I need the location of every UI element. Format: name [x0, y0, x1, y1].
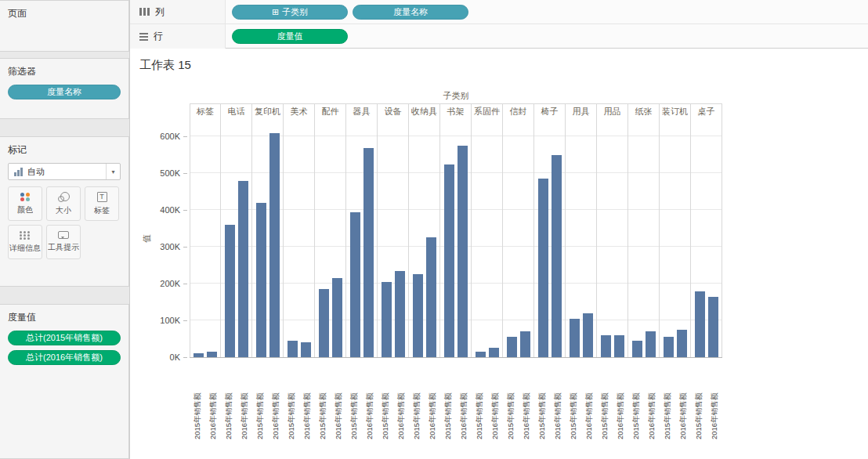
measure-name-label[interactable]: 2015年销售额 [409, 358, 425, 447]
bar[interactable] [363, 148, 374, 357]
category-header[interactable]: 标签 [190, 104, 221, 119]
color-button[interactable]: 颜色 [8, 186, 42, 221]
bar[interactable] [350, 212, 360, 357]
pill-subcategory[interactable]: ⊞ 子类别 [232, 5, 348, 20]
bar[interactable] [570, 319, 580, 357]
measure-name-label[interactable]: 2015年销售额 [660, 358, 675, 447]
hierarchy-expand-icon[interactable]: ⊞ [272, 8, 279, 16]
category-header[interactable]: 纸张 [628, 104, 660, 119]
columns-shelf[interactable]: 列 ⊞ 子类别 度量名称 [130, 0, 868, 24]
bar[interactable] [319, 289, 329, 357]
filter-pill-measure-names[interactable]: 度量名称 [8, 85, 121, 99]
category-header[interactable]: 椅子 [534, 104, 566, 119]
measure-name-label[interactable]: 2015年销售额 [472, 358, 487, 447]
bar[interactable] [413, 274, 423, 357]
pages-shelf[interactable]: 页面 [0, 0, 129, 52]
bar[interactable] [601, 335, 611, 357]
category-header[interactable]: 用具 [566, 104, 597, 119]
bar[interactable] [677, 330, 687, 357]
bar[interactable] [489, 348, 499, 357]
label-button[interactable]: 标签 [85, 186, 119, 221]
measure-name-label[interactable]: 2016年销售额 [393, 358, 409, 447]
plot-area[interactable] [190, 119, 722, 358]
measure-name-label[interactable]: 2015年销售额 [252, 358, 268, 447]
measure-name-label[interactable]: 2015年销售额 [566, 358, 581, 447]
measure-name-label[interactable]: 2016年销售额 [675, 358, 691, 447]
detail-button[interactable]: 详细信息 [8, 225, 42, 259]
measure-name-label[interactable]: 2016年销售额 [707, 358, 722, 447]
bar[interactable] [382, 282, 392, 357]
measure-name-label[interactable]: 2015年销售额 [315, 358, 331, 447]
bar[interactable] [225, 225, 235, 357]
measure-name-label[interactable]: 2016年销售额 [237, 358, 252, 447]
bar[interactable] [444, 164, 454, 357]
measure-name-label[interactable]: 2016年销售额 [519, 358, 534, 447]
measure-name-label[interactable]: 2015年销售额 [221, 358, 237, 447]
pill-measure-names[interactable]: 度量名称 [353, 5, 468, 20]
measure-name-label[interactable]: 2015年销售额 [190, 358, 205, 447]
filters-shelf[interactable]: 筛选器 度量名称 [0, 58, 129, 119]
bar[interactable] [193, 353, 204, 357]
measure-name-label[interactable]: 2016年销售额 [331, 358, 346, 447]
bar[interactable] [395, 271, 405, 357]
tooltip-button[interactable]: 工具提示 [46, 225, 81, 259]
category-header[interactable]: 设备 [378, 104, 409, 119]
bar[interactable] [288, 341, 298, 357]
measure-name-label[interactable]: 2015年销售额 [346, 358, 362, 447]
bar[interactable] [614, 335, 624, 357]
measure-name-label[interactable]: 2016年销售额 [299, 358, 315, 447]
measure-name-label[interactable]: 2016年销售额 [644, 358, 660, 447]
measure-name-label[interactable]: 2016年销售额 [550, 358, 566, 447]
bar[interactable] [238, 181, 248, 357]
measure-name-label[interactable]: 2015年销售额 [597, 358, 613, 447]
measure-name-label[interactable]: 2015年销售额 [628, 358, 644, 447]
y-axis-ticks[interactable]: 0K100K200K300K400K500K600K [154, 119, 190, 358]
category-header[interactable]: 信封 [503, 104, 534, 119]
bar[interactable] [476, 352, 486, 357]
bar[interactable] [507, 337, 517, 357]
size-button[interactable]: 大小 [46, 186, 81, 221]
chevron-down-icon[interactable]: ▾ [106, 164, 120, 179]
bar[interactable] [583, 313, 593, 357]
bar[interactable] [708, 297, 718, 357]
measure-pill-2015-sales[interactable]: 总计(2015年销售额) [8, 331, 121, 345]
category-header[interactable]: 电话 [221, 104, 252, 119]
bar[interactable] [538, 179, 548, 357]
bar[interactable] [695, 291, 705, 357]
bar[interactable] [207, 352, 217, 357]
bar[interactable] [646, 331, 656, 357]
bar[interactable] [552, 155, 562, 357]
category-header[interactable]: 书架 [440, 104, 472, 119]
rows-shelf[interactable]: 行 度量值 [130, 24, 868, 49]
bar[interactable] [256, 203, 266, 357]
bar[interactable] [332, 278, 342, 357]
measure-pill-2016-sales[interactable]: 总计(2016年销售额) [8, 350, 121, 365]
measure-name-label[interactable]: 2015年销售额 [503, 358, 519, 447]
bar[interactable] [301, 342, 311, 357]
measure-name-label[interactable]: 2015年销售额 [534, 358, 550, 447]
measure-name-label[interactable]: 2016年销售额 [362, 358, 378, 447]
bar[interactable] [520, 331, 530, 357]
measure-name-label[interactable]: 2015年销售额 [440, 358, 456, 447]
category-header[interactable]: 用品 [597, 104, 628, 119]
measure-name-label[interactable]: 2016年销售额 [613, 358, 628, 447]
bar[interactable] [632, 341, 642, 357]
category-header[interactable]: 器具 [346, 104, 378, 119]
measure-name-label[interactable]: 2016年销售额 [268, 358, 284, 447]
bar[interactable] [426, 237, 436, 357]
category-header[interactable]: 美术 [284, 104, 315, 119]
bar[interactable] [664, 337, 674, 357]
pill-measure-values[interactable]: 度量值 [232, 29, 348, 44]
category-header[interactable]: 配件 [315, 104, 346, 119]
mark-type-dropdown[interactable]: 自动 ▾ [8, 163, 121, 180]
category-header[interactable]: 复印机 [252, 104, 284, 119]
category-header[interactable]: 桌子 [691, 104, 722, 119]
measure-name-label[interactable]: 2015年销售额 [378, 358, 393, 447]
category-header[interactable]: 系固件 [472, 104, 503, 119]
measure-name-label[interactable]: 2016年销售额 [581, 358, 597, 447]
measure-name-label[interactable]: 2015年销售额 [284, 358, 299, 447]
y-axis-title[interactable]: 值 [139, 119, 154, 358]
column-field-label[interactable]: 子类别 [190, 88, 722, 103]
measure-name-label[interactable]: 2015年销售额 [691, 358, 707, 447]
bar[interactable] [458, 146, 468, 357]
